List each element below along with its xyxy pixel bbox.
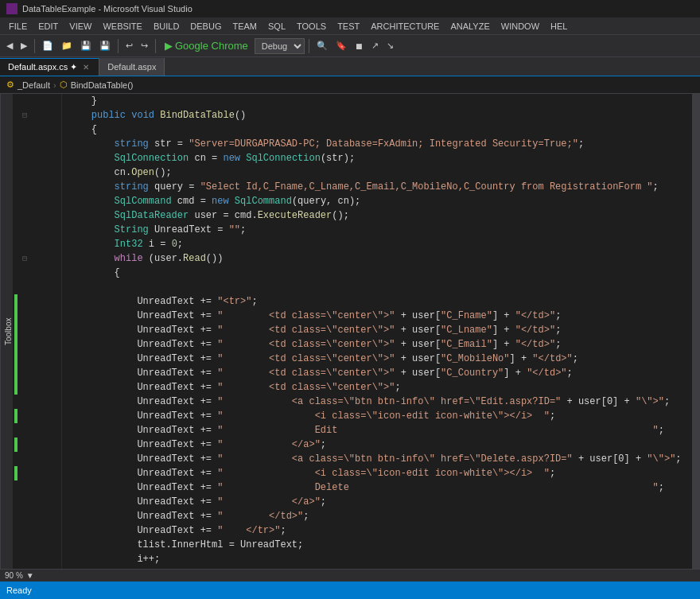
code-line-29: UnreadText += " </a>"; xyxy=(68,495,686,509)
stop-button[interactable]: ⏹ xyxy=(352,40,367,53)
collapse-4 xyxy=(19,137,30,151)
ln-blank11 xyxy=(33,237,55,251)
code-editor[interactable]: } public void BindDataTable() { string s… xyxy=(30,94,700,569)
run-button[interactable]: ▶ Google Chrome xyxy=(160,38,253,53)
undo-button[interactable]: ↩ xyxy=(122,39,136,53)
redo-button[interactable]: ↪ xyxy=(138,39,151,53)
menu-hel[interactable]: HEL xyxy=(545,20,573,33)
collapse-1[interactable] xyxy=(19,94,30,108)
ln-blank2 xyxy=(33,108,55,123)
ln-blank17 xyxy=(33,323,55,337)
menu-window[interactable]: WINDOW xyxy=(496,20,545,33)
breadcrumb-class[interactable]: _Default xyxy=(18,80,50,90)
zoom-icon[interactable]: ▼ xyxy=(26,571,34,580)
bm-9 xyxy=(13,208,19,223)
step-button[interactable]: ↗ xyxy=(368,39,382,53)
code-line-5: SqlConnection cn = new SqlConnection(str… xyxy=(68,151,686,165)
code-lines[interactable]: } public void BindDataTable() { string s… xyxy=(62,94,692,569)
menu-build[interactable]: BUILD xyxy=(148,20,185,33)
forward-button[interactable]: ▶ xyxy=(18,39,30,53)
collapse-11 xyxy=(19,237,30,251)
title-bar: DataTableExample - Microsoft Visual Stud… xyxy=(0,0,700,18)
bm-7 xyxy=(13,180,19,194)
code-line-4: string str = "Server=DURGAPRASAD-PC; Dat… xyxy=(68,137,686,151)
toolbar-sep-2 xyxy=(118,39,119,53)
status-text: Ready xyxy=(6,585,32,595)
menu-test[interactable]: TEST xyxy=(332,20,365,33)
bm-1 xyxy=(13,94,19,108)
bm-green-4 xyxy=(14,337,18,352)
code-line-9: SqlDataReader user = cmd.ExecuteReader()… xyxy=(68,208,686,223)
bm-10 xyxy=(13,223,19,237)
code-line-18: UnreadText += " <td class=\"center\">" +… xyxy=(68,337,686,352)
bm-green-9 xyxy=(14,438,18,452)
menu-team[interactable]: TEAM xyxy=(227,20,262,33)
save-button[interactable]: 💾 xyxy=(77,39,95,53)
menu-edit[interactable]: EDIT xyxy=(33,20,64,33)
tab-default-aspx[interactable]: Default.aspx xyxy=(99,58,165,76)
search-button[interactable]: 🔍 xyxy=(313,39,331,53)
zoom-level[interactable]: 90 % xyxy=(5,571,23,580)
step-over-button[interactable]: ↘ xyxy=(383,39,397,53)
menu-sql[interactable]: SQL xyxy=(262,20,291,33)
toolbox-label[interactable]: Toolbox xyxy=(0,94,13,569)
bm-12 xyxy=(13,251,19,266)
new-file-button[interactable]: 📄 xyxy=(39,39,56,53)
collapse-12[interactable]: ⊟ xyxy=(19,251,30,266)
ln-blank20 xyxy=(33,366,55,380)
menu-website[interactable]: WEBSITE xyxy=(97,20,148,33)
bm-6 xyxy=(13,165,19,180)
collapse-8 xyxy=(19,194,30,208)
bookmark-column xyxy=(13,94,19,569)
code-line-12: while (user.Read()) xyxy=(68,251,686,266)
run-label: Google Chrome xyxy=(175,40,248,52)
tab-bar: Default.aspx.cs ✦ ✕ Default.aspx xyxy=(0,57,700,76)
debug-dropdown[interactable]: Debug xyxy=(255,38,305,54)
bm-17 xyxy=(13,452,19,466)
code-line-14 xyxy=(68,280,686,294)
tab-close-cs[interactable]: ✕ xyxy=(81,63,91,72)
collapse-2[interactable]: ⊟ xyxy=(19,108,30,123)
tab-default-aspx-cs[interactable]: Default.aspx.cs ✦ ✕ xyxy=(0,58,99,76)
back-button[interactable]: ◀ xyxy=(3,39,16,53)
code-line-20: UnreadText += " <td class=\"center\">" +… xyxy=(68,366,686,380)
open-file-button[interactable]: 📁 xyxy=(58,39,76,53)
menu-view[interactable]: VIEW xyxy=(64,20,97,33)
ln-blank7 xyxy=(33,180,55,194)
toolbar-sep-3 xyxy=(155,39,156,53)
code-line-6: cn.Open(); xyxy=(68,165,686,180)
code-line-15: UnreadText += "<tr>"; xyxy=(68,294,686,309)
save-all-button[interactable]: 💾 xyxy=(96,39,114,53)
bookmark-button[interactable]: 🔖 xyxy=(332,39,350,53)
ln-blank15 xyxy=(33,294,55,309)
ln-blank31 xyxy=(33,523,55,538)
menu-architecture[interactable]: ARCHITECTURE xyxy=(365,20,445,33)
bm-green-8 xyxy=(14,409,18,423)
ln-blank24 xyxy=(33,423,55,438)
ln-blank27 xyxy=(33,466,55,480)
collapse-column: ⊟ ⊟ xyxy=(19,94,30,569)
ln-blank21 xyxy=(33,380,55,395)
menu-debug[interactable]: DEBUG xyxy=(185,20,227,33)
ln-blank13 xyxy=(33,266,55,280)
code-line-7: string query = "Select Id,C_Fname,C_Lnam… xyxy=(68,180,686,194)
code-line-31: UnreadText += " </tr>"; xyxy=(68,523,686,538)
code-line-26: UnreadText += " <a class=\"btn btn-info\… xyxy=(68,452,686,466)
ln-blank3 xyxy=(33,123,55,137)
collapse-3[interactable] xyxy=(19,123,30,137)
bottom-bar: 90 % ▼ xyxy=(0,569,700,581)
bm-green-7 xyxy=(14,380,18,395)
ln-blank28 xyxy=(33,480,55,495)
ln-blank8 xyxy=(33,194,55,208)
toolbar: ◀ ▶ 📄 📁 💾 💾 ↩ ↪ ▶ Google Chrome Debug 🔍 … xyxy=(0,35,700,57)
menu-file[interactable]: FILE xyxy=(3,20,33,33)
breadcrumb-separator: › xyxy=(53,80,56,90)
vertical-scrollbar[interactable] xyxy=(692,94,700,569)
menu-analyze[interactable]: ANALYZE xyxy=(445,20,495,33)
breadcrumb-method[interactable]: BindDataTable() xyxy=(71,80,134,90)
bm-green-10 xyxy=(14,466,18,480)
code-line-3: { xyxy=(68,123,686,137)
menu-tools[interactable]: TOOLS xyxy=(291,20,332,33)
breadcrumb-method-icon: ⬡ xyxy=(60,80,68,90)
breadcrumb-bar: ⚙ _Default › ⬡ BindDataTable() xyxy=(0,76,700,94)
